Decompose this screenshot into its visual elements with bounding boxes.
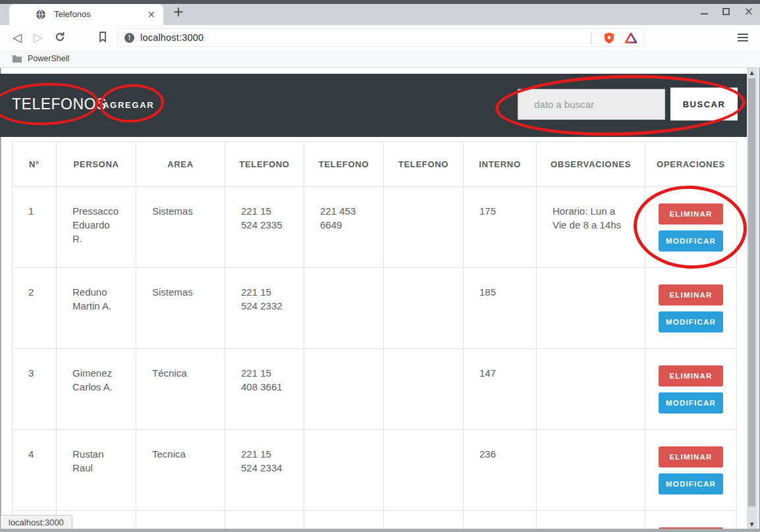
header-row: N° PERSONA AREA TELEFONO TELEFONO TELEFO…: [13, 142, 737, 187]
cell-telefono-1: 221 15 524 2334: [225, 430, 304, 511]
cell-observaciones: [537, 349, 645, 430]
header-observaciones: OBSERVACIONES: [537, 142, 645, 187]
cell-telefono-2: [304, 349, 384, 430]
header-persona: PERSONA: [57, 142, 136, 187]
bookmarks-bar: PowerShell: [0, 50, 760, 68]
cell-telefono-1: 221 15 524 2335: [225, 187, 304, 268]
scroll-down-icon[interactable]: ▼: [747, 521, 757, 527]
modificar-button[interactable]: MODIFICAR: [659, 473, 723, 494]
page-scrollbar[interactable]: ▲ ▼: [747, 68, 757, 529]
header-interno: INTERNO: [464, 142, 537, 187]
cell-operaciones: ELIMINAR MODIFICAR: [645, 430, 737, 511]
cell-telefono-2: [304, 268, 384, 349]
table-row: 2 Reduno Martin A. Sistemas 221 15 524 2…: [13, 268, 737, 349]
cell-observaciones: Horario: Lun a Vie de 8 a 14hs: [537, 187, 645, 268]
cell-interno: 175: [464, 187, 537, 268]
cell-telefono-1: 221 15 408 3661: [225, 349, 304, 430]
cell-interno: 236: [464, 430, 537, 511]
cell-telefono-2: 221 453 6649: [304, 187, 384, 268]
url-text[interactable]: localhost:3000: [140, 32, 204, 43]
cell-telefono-3: [384, 187, 464, 268]
cell-persona: Gimenez Carlos A.: [57, 349, 136, 430]
cell-interno: 147: [464, 349, 537, 430]
cell-persona: Pressacco Eduardo R.: [57, 187, 136, 268]
cell-observaciones: [537, 430, 645, 511]
eliminar-button[interactable]: ELIMINAR: [659, 284, 723, 306]
browser-toolbar: ◁ ▷ ! localhost:3000: [0, 25, 760, 50]
cell-area: Sistemas: [136, 268, 225, 349]
menu-hamburger-icon[interactable]: [738, 34, 748, 43]
addressbar-divider: [591, 32, 591, 44]
brave-shield-icon[interactable]: [603, 32, 616, 47]
modificar-button[interactable]: MODIFICAR: [659, 311, 723, 332]
cell-persona: Rustan Raul: [57, 430, 136, 511]
cell-telefono-3: [384, 349, 464, 430]
new-tab-button[interactable]: +: [173, 4, 184, 20]
tab-strip: Telefonos × + ×: [0, 0, 760, 25]
window-minimize-button[interactable]: [701, 13, 708, 14]
header-area: AREA: [136, 142, 225, 187]
browser-window: Telefonos × + × ◁ ▷ ! localhost:3000: [0, 0, 760, 532]
cell-area: Técnica: [136, 349, 225, 430]
window-right-edge: [757, 68, 760, 529]
bookmark-item-powershell[interactable]: PowerShell: [28, 54, 69, 63]
eliminar-button[interactable]: ELIMINAR: [659, 365, 723, 386]
table-row: 4 Rustan Raul Tecnica 221 15 524 2334 23…: [13, 430, 737, 511]
table-row: 1 Pressacco Eduardo R. Sistemas 221 15 5…: [13, 187, 737, 268]
status-bubble: localhost:3000: [1, 515, 72, 529]
reload-button[interactable]: [54, 31, 66, 46]
header-operaciones: OPERACIONES: [645, 142, 737, 187]
cell-numero: 3: [13, 349, 57, 430]
cell-operaciones: ELIMINAR MODIFICAR: [645, 349, 737, 430]
eliminar-button[interactable]: ELIMINAR: [659, 446, 723, 467]
cell-numero: 2: [13, 268, 57, 349]
window-close-button[interactable]: ×: [744, 7, 753, 16]
tab-close-icon[interactable]: ×: [147, 9, 155, 20]
header-numero: N°: [13, 142, 57, 187]
cell-interno: 185: [464, 268, 537, 349]
cell-area: Sistemas: [136, 187, 225, 268]
telefonos-table: N° PERSONA AREA TELEFONO TELEFONO TELEFO…: [12, 142, 737, 532]
cell-persona: Reduno Martin A.: [57, 268, 136, 349]
cell-area: Tecnica: [136, 430, 225, 511]
bookmark-ribbon-icon[interactable]: [97, 31, 108, 46]
cell-telefono-3: [384, 268, 464, 349]
address-bar[interactable]: ! localhost:3000: [117, 28, 644, 47]
cell-telefono-3: [384, 430, 464, 511]
site-info-icon[interactable]: !: [124, 33, 134, 43]
cell-numero: 4: [13, 430, 57, 511]
window-maximize-button[interactable]: [722, 8, 730, 15]
tab-title: Telefonos: [54, 9, 91, 19]
cell-operaciones: ELIMINAR MODIFICAR: [645, 268, 737, 349]
table-row: 3 Gimenez Carlos A. Técnica 221 15 408 3…: [13, 349, 737, 430]
globe-favicon-icon: [36, 9, 46, 20]
scrollbar-thumb[interactable]: [748, 78, 755, 506]
scroll-up-icon[interactable]: ▲: [747, 70, 757, 76]
back-button[interactable]: ◁: [13, 30, 22, 45]
forward-button: ▷: [34, 30, 43, 45]
brave-rewards-triangle-icon[interactable]: [624, 32, 638, 47]
header-telefono-3: TELEFONO: [384, 142, 464, 187]
window-bottom-edge: [0, 529, 760, 532]
header-telefono-2: TELEFONO: [304, 142, 384, 187]
modificar-button[interactable]: MODIFICAR: [659, 392, 723, 413]
folder-icon: [12, 54, 22, 66]
browser-tab[interactable]: Telefonos ×: [9, 4, 163, 25]
cell-numero: 1: [13, 187, 57, 268]
cell-observaciones: [537, 268, 645, 349]
header-telefono-1: TELEFONO: [225, 142, 304, 187]
cell-telefono-1: 221 15 524 2332: [225, 268, 304, 349]
cell-telefono-2: [304, 430, 384, 511]
